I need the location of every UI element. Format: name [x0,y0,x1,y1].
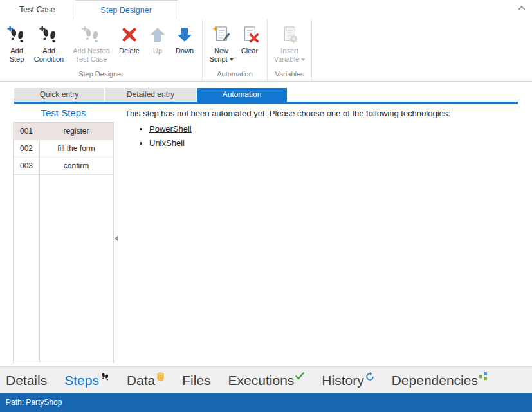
ribbon-group-label-step-designer: Step Designer [2,69,200,81]
down-button[interactable]: Down [171,23,198,57]
nav-item-history[interactable]: History [322,372,374,389]
nav-label: Executions [228,372,295,389]
dependencies-icon [479,372,488,381]
test-steps-table: 001 register 002 fill the form 003 confi… [13,122,114,363]
technology-list: PowerShell UnixShell [125,124,523,148]
add-nested-test-case-icon [82,24,101,45]
table-row[interactable]: 001 register [14,123,113,140]
check-icon [295,372,304,380]
insert-variable-button[interactable]: Insert Variable [271,23,307,64]
list-item: UnixShell [149,138,523,148]
nav-label: Data [127,372,155,389]
status-path: Path: PartyShop [6,398,62,407]
add-nested-test-case-button[interactable]: Add Nested Test Case [68,23,115,64]
ribbon: Add Step Add Condition [0,19,532,82]
ribbon-group-label-automation: Automation [205,69,265,81]
bottom-nav: Details Steps Data Files [0,366,532,393]
nav-label: Steps [64,372,99,389]
history-icon [365,372,374,381]
step-number: 001 [14,127,39,136]
add-step-icon [7,24,26,45]
clear-label: Clear [241,47,258,55]
automation-panel: This step has not been automated yet. Pl… [125,109,523,152]
accent-underline [14,102,518,104]
ribbon-group-label-variables: Variables [270,69,309,81]
add-step-button[interactable]: Add Step [4,23,30,64]
tab-automation[interactable]: Automation [197,88,287,102]
tab-detailed-entry[interactable]: Detailed entry [105,88,196,102]
clear-button[interactable]: Clear [236,23,263,57]
nav-item-details[interactable]: Details [6,372,47,389]
new-script-icon [212,24,231,45]
dropdown-arrow-icon [301,58,305,61]
down-arrow-icon [176,24,194,45]
powershell-link[interactable]: PowerShell [149,124,192,134]
database-icon [156,372,165,381]
delete-icon [120,24,138,45]
ribbon-tab-test-case[interactable]: Test Case [0,0,75,19]
collapse-panel-handle[interactable] [115,235,118,242]
step-number: 002 [14,144,39,153]
ribbon-group-step-designer: Add Step Add Condition [0,19,203,81]
nav-label: Dependencies [392,372,478,389]
nav-item-dependencies[interactable]: Dependencies [392,372,488,389]
ribbon-tab-bar: Test Case Step Designer [0,0,532,19]
ribbon-tab-step-designer[interactable]: Step Designer [75,0,178,19]
up-label: Up [153,47,162,55]
add-condition-button[interactable]: Add Condition [30,23,68,64]
insert-variable-icon [280,24,299,45]
down-label: Down [176,47,194,55]
nav-item-steps[interactable]: Steps [64,372,109,389]
ribbon-group-variables: Insert Variable Variables [268,19,312,81]
ribbon-group-automation: New Script Clear Automation [203,19,268,81]
new-script-button[interactable]: New Script [206,23,236,64]
clear-script-icon [240,24,259,45]
nav-item-data[interactable]: Data [127,372,165,389]
unixshell-link[interactable]: UnixShell [149,138,185,148]
footprints-icon [100,372,109,381]
automation-message: This step has not been automated yet. Pl… [125,109,523,118]
insert-variable-label: Insert Variable [273,47,306,63]
table-row[interactable]: 003 confirm [14,157,113,175]
step-name: confirm [39,161,113,170]
step-name: fill the form [39,144,113,153]
test-steps-title: Test Steps [13,107,114,118]
nav-label: History [322,372,363,389]
status-bar: Path: PartyShop [0,393,532,412]
new-script-label: New Script [208,47,235,63]
dropdown-arrow-icon [230,58,234,61]
up-button[interactable]: Up [144,23,171,57]
table-row[interactable]: 002 fill the form [14,140,113,157]
add-condition-icon [39,24,59,45]
entry-tab-bar: Quick entry Detailed entry Automation [14,88,287,102]
add-nested-test-case-label: Add Nested Test Case [69,47,113,63]
delete-button[interactable]: Delete [115,23,144,57]
add-step-label: Add Step [5,47,28,63]
nav-item-executions[interactable]: Executions [228,372,305,389]
nav-item-files[interactable]: Files [182,372,210,389]
step-name: register [39,127,113,136]
nav-label: Details [6,372,47,389]
add-condition-label: Add Condition [31,47,67,63]
up-arrow-icon [149,24,167,45]
nav-label: Files [182,372,210,389]
chevron-up-icon[interactable] [518,6,526,10]
step-number: 003 [14,161,39,170]
list-item: PowerShell [149,124,523,134]
delete-label: Delete [119,47,140,55]
tab-quick-entry[interactable]: Quick entry [14,88,104,102]
